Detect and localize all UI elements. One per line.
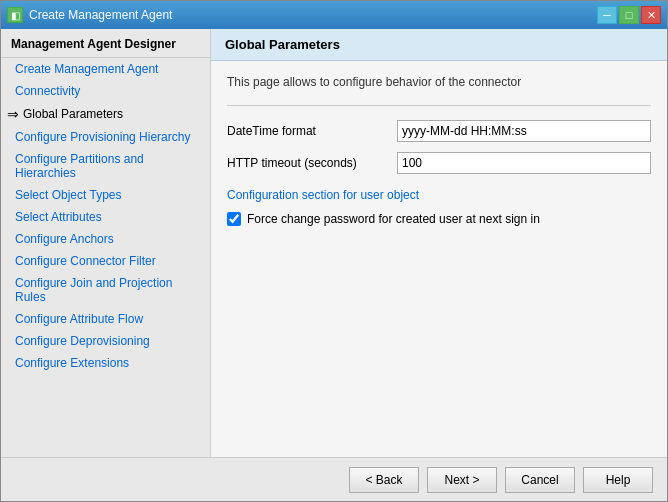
sidebar-item-select-attributes[interactable]: Select Attributes [1, 206, 210, 228]
main-content: Global Parameters This page allows to co… [211, 29, 667, 457]
sidebar-item-configure-provisioning-hierarchy[interactable]: Configure Provisioning Hierarchy [1, 126, 210, 148]
window-title: Create Management Agent [29, 8, 172, 22]
http-timeout-label: HTTP timeout (seconds) [227, 156, 387, 170]
description-text: This page allows to configure behavior o… [227, 75, 651, 89]
help-button[interactable]: Help [583, 467, 653, 493]
sidebar-item-configure-partitions-and-hierarchies[interactable]: Configure Partitions and Hierarchies [1, 148, 210, 184]
active-arrow-icon: ⇒ [7, 106, 19, 122]
sidebar-item-configure-attribute-flow[interactable]: Configure Attribute Flow [1, 308, 210, 330]
sidebar: Management Agent Designer Create Managem… [1, 29, 211, 457]
sidebar-item-select-object-types[interactable]: Select Object Types [1, 184, 210, 206]
maximize-button[interactable]: □ [619, 6, 639, 24]
sidebar-item-global-parameters: ⇒ Global Parameters [1, 102, 210, 126]
force-password-label[interactable]: Force change password for created user a… [247, 212, 540, 226]
section-header: Configuration section for user object [227, 188, 651, 202]
cancel-button[interactable]: Cancel [505, 467, 575, 493]
sidebar-header: Management Agent Designer [1, 29, 210, 58]
force-password-row: Force change password for created user a… [227, 212, 651, 226]
datetime-format-row: DateTime format [227, 120, 651, 142]
sidebar-item-configure-join-and-projection-rules[interactable]: Configure Join and Projection Rules [1, 272, 210, 308]
sidebar-item-configure-extensions[interactable]: Configure Extensions [1, 352, 210, 374]
title-bar-controls: ─ □ ✕ [597, 6, 661, 24]
footer: < Back Next > Cancel Help [1, 457, 667, 501]
title-bar-left: ◧ Create Management Agent [7, 7, 172, 23]
datetime-format-label: DateTime format [227, 124, 387, 138]
main-window: ◧ Create Management Agent ─ □ ✕ Manageme… [0, 0, 668, 502]
force-password-checkbox[interactable] [227, 212, 241, 226]
main-header: Global Parameters [211, 29, 667, 61]
sidebar-item-connectivity[interactable]: Connectivity [1, 80, 210, 102]
http-timeout-input[interactable] [397, 152, 651, 174]
sidebar-item-configure-anchors[interactable]: Configure Anchors [1, 228, 210, 250]
content-area: Management Agent Designer Create Managem… [1, 29, 667, 457]
http-timeout-row: HTTP timeout (seconds) [227, 152, 651, 174]
close-button[interactable]: ✕ [641, 6, 661, 24]
main-body: This page allows to configure behavior o… [211, 61, 667, 457]
app-icon-symbol: ◧ [11, 10, 20, 21]
sidebar-item-configure-deprovisioning[interactable]: Configure Deprovisioning [1, 330, 210, 352]
title-bar: ◧ Create Management Agent ─ □ ✕ [1, 1, 667, 29]
next-button[interactable]: Next > [427, 467, 497, 493]
back-button[interactable]: < Back [349, 467, 419, 493]
app-icon: ◧ [7, 7, 23, 23]
minimize-button[interactable]: ─ [597, 6, 617, 24]
sidebar-item-configure-connector-filter[interactable]: Configure Connector Filter [1, 250, 210, 272]
sidebar-item-create-management-agent[interactable]: Create Management Agent [1, 58, 210, 80]
datetime-format-input[interactable] [397, 120, 651, 142]
separator [227, 105, 651, 106]
